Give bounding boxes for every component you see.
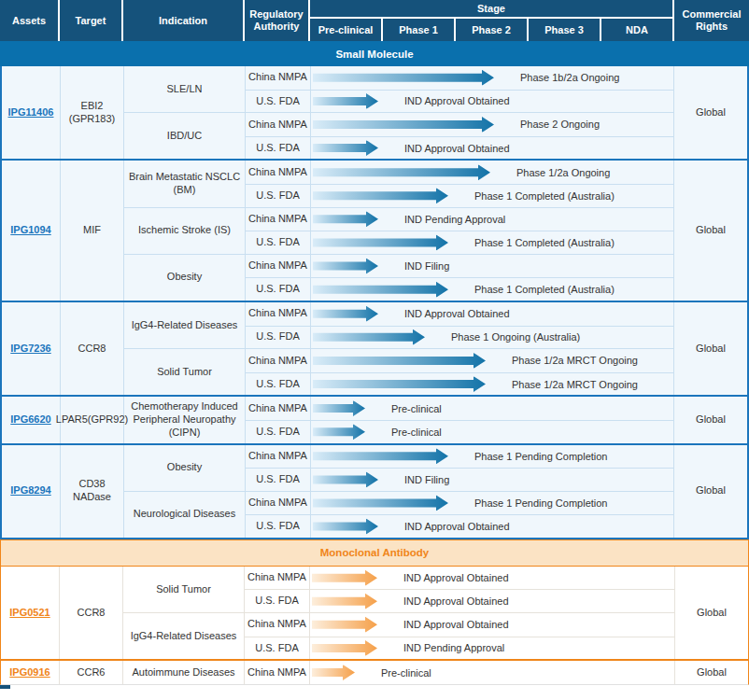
authority-cell: China NMPA xyxy=(246,255,311,278)
stage-cell: Phase 1 Pending Completion xyxy=(311,445,674,469)
pipeline-row: China NMPAPhase 2 Ongoing xyxy=(246,113,674,136)
stage-cell: IND Pending Approval xyxy=(310,637,675,660)
pipeline-row: China NMPAIND Approval Obtained xyxy=(246,302,674,326)
stage-cell: IND Approval Obtained xyxy=(311,91,674,113)
asset-link[interactable]: IPG1094 xyxy=(10,224,50,237)
indication-block: Brain Metastatic NSCLC (BM)China NMPAPha… xyxy=(124,161,674,206)
pipeline-row: China NMPAPre-clinical xyxy=(246,397,674,420)
stage-progress-arrow xyxy=(312,594,377,609)
stage-status-label: Pre-clinical xyxy=(381,667,431,679)
authority-cell: China NMPA xyxy=(246,113,311,136)
stage-cell: IND Filing xyxy=(311,469,674,491)
stage-cell: Phase 1/2a Ongoing xyxy=(311,161,674,184)
target-cell: CD38 NADase xyxy=(61,445,124,538)
stage-progress-arrow xyxy=(313,400,365,416)
pipeline-row: U.S. FDAPhase 1 Completed (Australia) xyxy=(246,231,674,254)
indication-cell: Solid Tumor xyxy=(124,349,246,395)
col-header-regulatory-authority: Regulatory Authority xyxy=(245,0,310,41)
stage-status-label: IND Approval Obtained xyxy=(404,143,510,154)
indication-block: Solid TumorChina NMPAPhase 1/2a MRCT Ong… xyxy=(124,348,674,395)
indication-cell: Brain Metastatic NSCLC (BM) xyxy=(124,161,246,206)
pipeline-row: China NMPAPhase 1/2a MRCT Ongoing xyxy=(246,349,674,372)
stage-progress-arrow xyxy=(313,448,448,464)
indication-cell: Neurological Diseases xyxy=(124,492,246,538)
pipeline-row: U.S. FDAIND Approval Obtained xyxy=(246,136,674,160)
asset-link[interactable]: IPG7236 xyxy=(10,343,50,356)
stage-cell: Pre-clinical xyxy=(310,661,675,684)
authority-cell: U.S. FDA xyxy=(246,185,311,207)
authority-cell: U.S. FDA xyxy=(246,421,311,443)
indication-list: Autoimmune DiseasesChina NMPAPre-clinica… xyxy=(123,661,675,684)
stage-cell: Phase 1 Pending Completion xyxy=(311,492,674,515)
section-small-molecule: IPG11406EBI2 (GPR183)SLE/LNChina NMPAPha… xyxy=(0,66,749,539)
indication-block: IgG4-Related DiseasesChina NMPAIND Appro… xyxy=(124,302,674,348)
asset-cell: IPG11406 xyxy=(2,66,61,159)
pipeline-row: U.S. FDAIND Pending Approval xyxy=(245,637,675,660)
target-cell: LPAR5(GPR92) xyxy=(61,397,124,442)
asset-link[interactable]: IPG0916 xyxy=(9,666,49,679)
authority-cell: U.S. FDA xyxy=(246,469,311,491)
stage-status-label: Phase 2 Ongoing xyxy=(520,119,600,130)
stage-cell: Phase 1 Completed (Australia) xyxy=(311,185,674,207)
authority-cell: U.S. FDA xyxy=(246,515,311,538)
stage-progress-arrow xyxy=(313,188,448,203)
pipeline-table: Assets Target Indication Regulatory Auth… xyxy=(0,0,749,689)
stage-cell: IND Approval Obtained xyxy=(311,137,674,160)
stage-progress-arrow xyxy=(313,329,425,345)
stage-cell: Phase 1/2a MRCT Ongoing xyxy=(311,373,674,396)
asset-link[interactable]: IPG6620 xyxy=(10,413,50,427)
stage-status-label: IND Approval Obtained xyxy=(404,95,510,106)
stage-progress-arrow xyxy=(312,617,377,633)
indication-list: ObesityChina NMPAPhase 1 Pending Complet… xyxy=(124,445,674,538)
authority-cell: U.S. FDA xyxy=(246,137,311,160)
indication-cell: SLE/LN xyxy=(124,66,246,112)
authority-cell: U.S. FDA xyxy=(245,590,310,612)
commercial-rights-cell: Global xyxy=(674,161,747,301)
regulatory-rows: China NMPAPre-clinicalU.S. FDAPre-clinic… xyxy=(246,397,674,442)
target-cell: CCR8 xyxy=(60,567,123,659)
stage-status-label: IND Approval Obtained xyxy=(403,619,509,630)
regulatory-rows: China NMPAIND FilingU.S. FDAPhase 1 Comp… xyxy=(246,255,674,301)
asset-link[interactable]: IPG11406 xyxy=(8,106,54,119)
stage-status-label: Phase 1/2a Ongoing xyxy=(516,167,610,178)
indication-block: SLE/LNChina NMPAPhase 1b/2a OngoingU.S. … xyxy=(124,66,674,112)
authority-cell: China NMPA xyxy=(245,567,310,590)
indication-cell: IgG4-Related Diseases xyxy=(124,302,246,348)
regulatory-rows: China NMPAPhase 1/2a OngoingU.S. FDAPhas… xyxy=(246,161,674,206)
commercial-rights-cell: Global xyxy=(674,66,747,159)
stage-cell: Phase 1/2a MRCT Ongoing xyxy=(311,349,674,372)
col-header-commercial-rights: Commercial Rights xyxy=(674,0,749,41)
stage-cell: IND Approval Obtained xyxy=(311,515,674,538)
stage-cell: Phase 1 Completed (Australia) xyxy=(311,278,674,301)
asset-link[interactable]: IPG0521 xyxy=(9,607,49,620)
stage-header-label: Stage xyxy=(477,3,505,14)
stage-status-label: IND Approval Obtained xyxy=(404,308,510,319)
regulatory-rows: China NMPAPhase 1 Pending CompletionU.S.… xyxy=(246,445,674,491)
authority-cell: U.S. FDA xyxy=(246,327,311,349)
asset-cell: IPG1094 xyxy=(2,161,61,301)
stage-status-label: IND Approval Obtained xyxy=(404,521,510,532)
pipeline-row: China NMPAPhase 1 Pending Completion xyxy=(246,492,674,515)
regulatory-rows: China NMPAIND Approval ObtainedU.S. FDAI… xyxy=(245,613,675,659)
regulatory-rows: China NMPAIND Approval ObtainedU.S. FDAI… xyxy=(245,567,675,612)
regulatory-rows: China NMPAPhase 1b/2a OngoingU.S. FDAIND… xyxy=(246,66,674,112)
stage-cell: IND Approval Obtained xyxy=(311,302,674,326)
indication-cell: Solid Tumor xyxy=(123,567,245,612)
cropped-next-band xyxy=(0,685,10,689)
commercial-rights-cell: Global xyxy=(674,445,747,538)
pipeline-row: U.S. FDAIND Approval Obtained xyxy=(246,90,674,113)
phase-header-phase-3: Phase 3 xyxy=(529,19,601,41)
stage-status-label: Pre-clinical xyxy=(391,427,442,438)
indication-cell: Obesity xyxy=(124,255,246,301)
asset-link[interactable]: IPG8294 xyxy=(10,484,50,497)
table-header: Assets Target Indication Regulatory Auth… xyxy=(0,0,749,41)
authority-cell: China NMPA xyxy=(246,492,311,515)
stage-status-label: IND Filing xyxy=(404,260,449,272)
stage-cell: IND Approval Obtained xyxy=(310,590,675,612)
authority-cell: China NMPA xyxy=(246,349,311,372)
indication-block: IgG4-Related DiseasesChina NMPAIND Appro… xyxy=(123,612,675,659)
col-header-assets-label: Assets xyxy=(12,15,46,27)
asset-group: IPG7236CCR8IgG4-Related DiseasesChina NM… xyxy=(2,301,747,395)
regulatory-rows: China NMPAIND Approval ObtainedU.S. FDAP… xyxy=(246,302,674,348)
stage-progress-arrow xyxy=(313,211,378,227)
